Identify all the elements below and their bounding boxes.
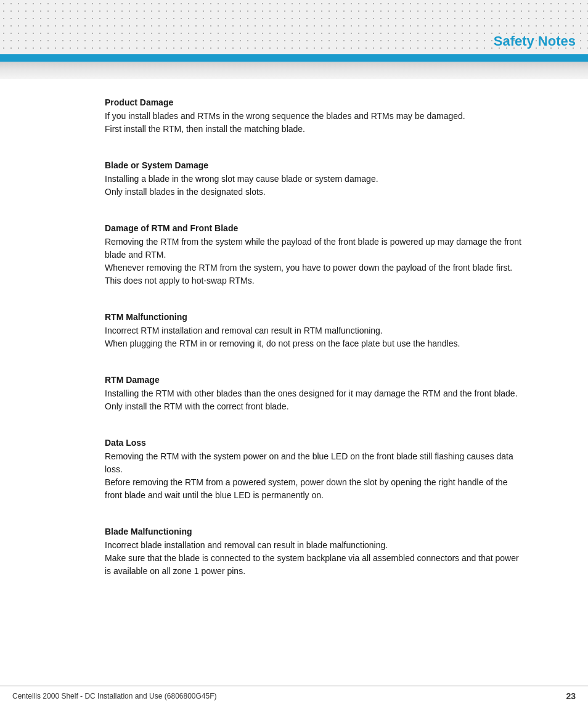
item-body: Removing the RTM with the system power o… <box>105 450 526 502</box>
footer-page: 23 <box>566 691 576 701</box>
safety-item: Blade MalfunctioningIncorrect blade inst… <box>105 527 526 578</box>
item-title: RTM Damage <box>105 375 526 385</box>
item-title: Product Damage <box>105 97 526 107</box>
blue-banner <box>0 54 588 62</box>
item-title: RTM Malfunctioning <box>105 312 526 322</box>
item-title: Blade or System Damage <box>105 160 526 170</box>
item-body: Installing the RTM with other blades tha… <box>105 387 526 413</box>
item-body: If you install blades and RTMs in the wr… <box>105 110 526 136</box>
safety-item: Product DamageIf you install blades and … <box>105 97 526 136</box>
safety-item: Data LossRemoving the RTM with the syste… <box>105 438 526 502</box>
page-title: Safety Notes <box>494 33 576 49</box>
footer-text: Centellis 2000 Shelf - DC Installation a… <box>12 692 217 700</box>
top-pattern: Safety Notes <box>0 0 588 54</box>
main-content: Product DamageIf you install blades and … <box>0 91 588 639</box>
safety-item: RTM DamageInstalling the RTM with other … <box>105 375 526 413</box>
item-title: Data Loss <box>105 438 526 448</box>
item-body: Removing the RTM from the system while t… <box>105 236 526 287</box>
item-title: Damage of RTM and Front Blade <box>105 223 526 233</box>
safety-item: Damage of RTM and Front BladeRemoving th… <box>105 223 526 287</box>
gray-bar <box>0 62 588 79</box>
item-body: Incorrect RTM installation and removal c… <box>105 324 526 350</box>
item-body: Incorrect blade installation and removal… <box>105 539 526 578</box>
item-body: Installing a blade in the wrong slot may… <box>105 173 526 199</box>
item-title: Blade Malfunctioning <box>105 527 526 536</box>
footer: Centellis 2000 Shelf - DC Installation a… <box>0 686 588 706</box>
safety-item: Blade or System DamageInstalling a blade… <box>105 160 526 199</box>
safety-item: RTM MalfunctioningIncorrect RTM installa… <box>105 312 526 350</box>
